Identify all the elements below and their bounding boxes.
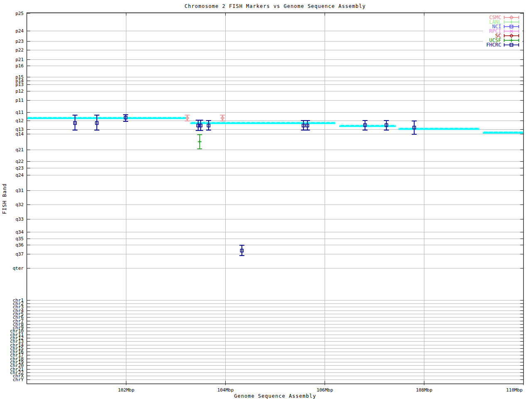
y-tick-label: p21 xyxy=(15,57,24,62)
y-tick-label: p25 xyxy=(15,11,24,16)
y-tick-label: q34 xyxy=(15,229,24,235)
y-tick-label: q24 xyxy=(15,172,24,178)
chart-canvas: p25p24p23p22p21p16p15p14p13p12p11q11q12q… xyxy=(0,0,532,399)
x-tick-label: 110Mbp xyxy=(506,387,523,393)
y-tick-label: q33 xyxy=(15,217,24,222)
y-tick-label: q11 xyxy=(15,110,24,115)
y-tick-label: p23 xyxy=(15,39,24,44)
y-tick-label: q14 xyxy=(15,131,24,137)
y-tick-label: p24 xyxy=(15,28,24,34)
y-tick-label: q32 xyxy=(15,202,24,207)
x-tick-label: 106Mbp xyxy=(317,387,333,393)
y-tick-label: qter xyxy=(13,266,24,271)
y-tick-label: p22 xyxy=(15,47,24,53)
y-tick-label: q22 xyxy=(15,159,24,164)
y-tick-label: q21 xyxy=(15,147,24,153)
legend-label-fhcrc: FHCRC xyxy=(486,42,501,48)
y-tick-label: q23 xyxy=(15,165,24,171)
y-tick-label: chrY xyxy=(13,377,24,382)
x-tick-label: 108Mbp xyxy=(416,387,433,393)
y-tick-label: p12 xyxy=(15,89,24,94)
assembly-segment xyxy=(190,122,335,124)
y-tick-label: p13 xyxy=(15,82,24,87)
y-tick-label: p11 xyxy=(15,98,24,103)
y-tick-label: q35 xyxy=(15,236,24,241)
x-tick-label: 104Mbp xyxy=(217,387,234,393)
y-tick-label: q31 xyxy=(15,188,24,193)
y-tick-label: q12 xyxy=(15,118,24,123)
y-tick-label: p16 xyxy=(15,63,24,69)
chart-root: Chromosome 2 FISH Markers vs Genome Sequ… xyxy=(0,0,532,399)
plot-border xyxy=(27,13,524,384)
y-tick-label: q37 xyxy=(15,251,24,257)
y-tick-label: q36 xyxy=(15,242,24,248)
x-tick-label: 102Mbp xyxy=(118,387,135,393)
